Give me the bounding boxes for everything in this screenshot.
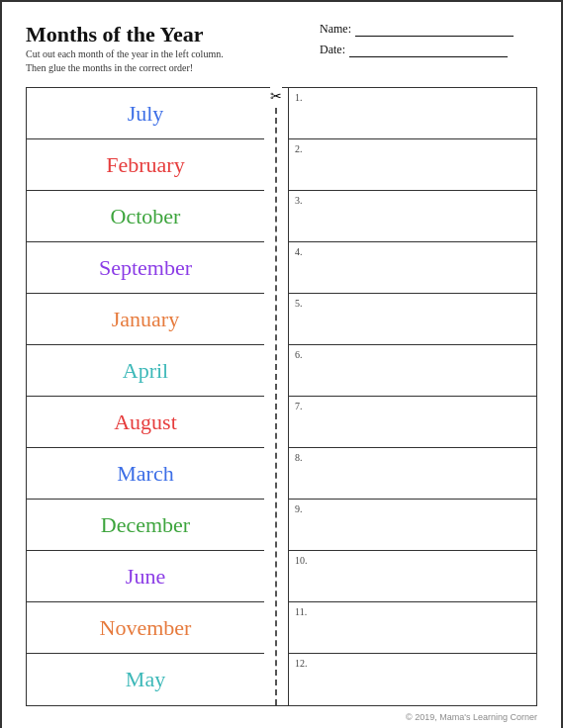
answer-cell-11: 11. [289,602,536,654]
answer-cell-7: 7. [289,397,536,448]
answer-cell-10: 10. [289,551,536,602]
page-title: Months of the Year [26,22,224,47]
answer-number-3: 3. [295,195,311,206]
answer-cell-2: 2. [289,139,536,191]
answer-cell-4: 4. [289,242,536,294]
month-cell-february: February [27,139,264,191]
answer-number-1: 1. [295,92,311,103]
answer-number-6: 6. [295,349,311,360]
month-cell-march: March [27,448,264,500]
answer-cell-9: 9. [289,500,536,551]
content-area: JulyFebruaryOctoberSeptemberJanuaryApril… [26,87,537,706]
month-cell-june: June [27,551,264,602]
answer-number-11: 11. [295,606,311,617]
answer-number-9: 9. [295,503,311,514]
month-cell-august: August [27,397,264,448]
month-cell-may: May [27,654,264,705]
left-column: JulyFebruaryOctoberSeptemberJanuaryApril… [27,88,264,705]
answer-cell-8: 8. [289,448,536,500]
footer: © 2019, Mama's Learning Corner [26,712,537,722]
month-cell-november: November [27,602,264,654]
worksheet-page: Months of the Year Cut out each month of… [0,0,563,728]
dashed-line [275,88,277,705]
month-cell-december: December [27,500,264,551]
answer-number-12: 12. [295,658,311,669]
month-cell-january: January [27,294,264,345]
answer-cell-12: 12. [289,654,536,705]
right-column: 1.2.3.4.5.6.7.8.9.10.11.12. [288,88,536,705]
answer-cell-1: 1. [289,88,536,139]
answer-number-7: 7. [295,401,311,411]
answer-cell-3: 3. [289,191,536,242]
date-field: Date: [320,43,537,57]
scissors-icon: ✂ [270,86,282,107]
month-cell-july: July [27,88,264,139]
header-row: Months of the Year Cut out each month of… [26,22,537,83]
scissors-divider: ✂ [264,88,288,705]
month-cell-april: April [27,345,264,397]
name-date-area: Name: Date: [320,22,537,57]
answer-number-5: 5. [295,298,311,309]
month-cell-october: October [27,191,264,242]
answer-number-4: 4. [295,246,311,257]
title-instructions: Months of the Year Cut out each month of… [26,22,224,83]
answer-number-10: 10. [295,555,311,566]
answer-number-8: 8. [295,452,311,463]
month-cell-september: September [27,242,264,294]
answer-number-2: 2. [295,143,311,154]
answer-cell-6: 6. [289,345,536,397]
instructions: Cut out each month of the year in the le… [26,47,224,75]
answer-cell-5: 5. [289,294,536,345]
name-field: Name: [320,22,537,37]
